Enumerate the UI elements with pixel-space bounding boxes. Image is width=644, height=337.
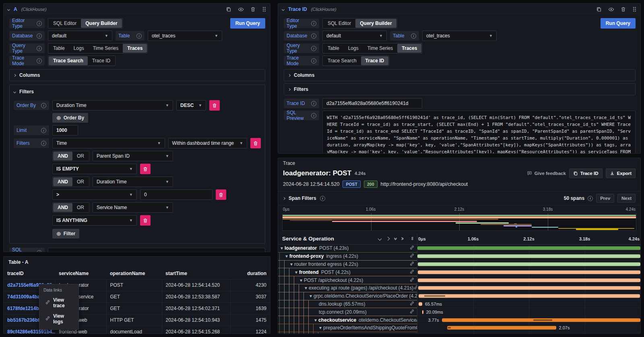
- span-gantt-bar[interactable]: [418, 262, 640, 266]
- column-header-traceID[interactable]: traceID: [4, 268, 55, 279]
- prev-button[interactable]: Prev: [596, 194, 614, 203]
- trace-id-link[interactable]: 74d31009a4ba...: [7, 294, 44, 300]
- span-row[interactable]: ▾checkoutserviceoteldemo.CheckoutService…: [278, 316, 640, 324]
- span-filters-label[interactable]: Span Filters: [289, 195, 316, 201]
- trash-icon[interactable]: [621, 6, 626, 12]
- span-gantt-bar[interactable]: [418, 286, 640, 290]
- condition-operator-select[interactable]: IS EMPTY▼: [52, 164, 137, 174]
- link-icon[interactable]: [409, 253, 416, 259]
- run-query-button[interactable]: Run Query: [230, 18, 265, 29]
- option-table[interactable]: Table: [323, 44, 344, 53]
- span-row[interactable]: tcp.connect (20.09ms)20.09ms: [278, 308, 640, 316]
- remove-condition-button[interactable]: [216, 189, 226, 200]
- expand-one-icon[interactable]: [386, 237, 390, 241]
- chevron-down-icon[interactable]: ▾: [285, 253, 288, 259]
- option-trace-search[interactable]: Trace Search: [49, 56, 88, 65]
- span-gantt-bar[interactable]: [447, 326, 556, 330]
- column-header-startTime[interactable]: startTime: [162, 268, 230, 279]
- filter-field-select[interactable]: Time▼: [52, 138, 165, 148]
- condition-field-select[interactable]: Parent Span ID▼: [93, 151, 173, 161]
- chevron-down-icon[interactable]: ▾: [305, 285, 307, 291]
- filters-collapse[interactable]: Filters: [284, 83, 636, 95]
- remove-condition-button[interactable]: [140, 164, 151, 174]
- query-trace-id-header[interactable]: Trace ID (ClickHouse): [278, 4, 640, 15]
- span-row[interactable]: ▾frontendPOST (4.22s): [278, 268, 640, 276]
- link-icon[interactable]: [409, 309, 416, 315]
- option-and[interactable]: AND: [53, 177, 72, 186]
- trace-id-input[interactable]: d2a7155ef6a928a05680e5ff6190241d: [322, 98, 422, 109]
- chevron-down-icon[interactable]: ▾: [314, 317, 317, 323]
- span-row[interactable]: ▾prepareOrderItemsAndShippingQuoteFromCa…: [278, 324, 640, 332]
- span-row[interactable]: dns.lookup (65.57ms)65.57ms: [278, 300, 640, 308]
- link-icon[interactable]: [409, 269, 416, 275]
- condition-value-input[interactable]: 0: [140, 189, 213, 200]
- span-row[interactable]: ▾grpc.oteldemo.CheckoutService/PlaceOrde…: [278, 292, 640, 300]
- duplicate-icon[interactable]: [596, 6, 602, 12]
- trash-icon[interactable]: [250, 6, 256, 12]
- span-gantt-bar[interactable]: [418, 278, 640, 282]
- span-row[interactable]: ▾executing api route (pages) /api/checko…: [278, 284, 640, 292]
- database-select[interactable]: default▼: [322, 31, 387, 41]
- remove-order-by-button[interactable]: [209, 100, 220, 111]
- span-gantt-bar[interactable]: [417, 255, 640, 258]
- option-logs[interactable]: Logs: [344, 44, 363, 53]
- condition-field-select[interactable]: Duration Time▼: [93, 177, 173, 187]
- condition-field-select[interactable]: Service Name▼: [93, 202, 173, 213]
- chevron-down-icon[interactable]: ▾: [300, 277, 302, 283]
- trace-id-button[interactable]: Trace ID: [569, 168, 603, 178]
- column-header-duration[interactable]: duration: [230, 268, 270, 279]
- span-gantt-bar[interactable]: [418, 270, 640, 274]
- columns-collapse[interactable]: Columns: [9, 69, 265, 81]
- filter-value-select[interactable]: Within dashboard time range▼: [168, 138, 247, 148]
- trace-minimap[interactable]: [282, 213, 636, 231]
- add-order-by-button[interactable]: ⊕Order By: [52, 113, 88, 123]
- option-trace-id[interactable]: Trace ID: [88, 56, 115, 65]
- remove-filter-button[interactable]: [250, 138, 261, 148]
- collapse-one-icon[interactable]: [378, 237, 382, 241]
- order-by-direction-select[interactable]: DESC▼: [176, 100, 206, 111]
- option-logs[interactable]: Logs: [69, 44, 89, 53]
- link-icon[interactable]: [409, 301, 416, 307]
- add-filter-button[interactable]: ⊕Filter: [52, 229, 79, 238]
- span-row[interactable]: ▾frontend-proxyingress (4.22s): [278, 253, 640, 261]
- span-gantt-bar[interactable]: [419, 294, 640, 298]
- chevron-down-icon[interactable]: ▾: [295, 269, 297, 275]
- span-row[interactable]: ▾loadgeneratorPOST (4.23s): [278, 245, 640, 253]
- option-sql-editor[interactable]: SQL Editor: [49, 19, 81, 28]
- column-header-operationName[interactable]: operationName: [106, 268, 162, 279]
- option-time-series[interactable]: Time Series: [89, 44, 123, 53]
- chevron-down-icon[interactable]: ▾: [319, 325, 322, 331]
- column-header-serviceName[interactable]: serviceName: [55, 268, 106, 279]
- menu-item-view-logs[interactable]: View logs: [39, 311, 78, 327]
- span-row[interactable]: ▾router frontend egress (4.22s): [278, 261, 640, 269]
- option-query-builder[interactable]: Query Builder: [355, 19, 396, 28]
- option-or[interactable]: OR: [72, 152, 89, 160]
- condition-operator-select[interactable]: >▼: [52, 189, 137, 200]
- option-table[interactable]: Table: [49, 44, 69, 53]
- condition-operator-select[interactable]: IS ANYTHING▼: [52, 215, 137, 226]
- option-and[interactable]: AND: [53, 152, 72, 160]
- menu-item-view-trace[interactable]: View trace: [39, 295, 78, 311]
- chevron-down-icon[interactable]: ▾: [290, 261, 293, 267]
- database-select[interactable]: default▼: [48, 31, 112, 41]
- option-query-builder[interactable]: Query Builder: [81, 19, 122, 28]
- next-button[interactable]: Next: [617, 194, 636, 203]
- table-select[interactable]: otel_traces▼: [422, 31, 497, 41]
- span-gantt-bar[interactable]: [442, 318, 640, 322]
- chevron-down-icon[interactable]: ▾: [281, 245, 283, 251]
- link-icon[interactable]: [409, 277, 416, 284]
- link-icon[interactable]: [413, 285, 417, 291]
- drag-handle-icon[interactable]: [632, 6, 636, 12]
- span-gantt-bar[interactable]: [417, 247, 640, 250]
- option-traces[interactable]: Traces: [123, 44, 147, 53]
- option-sql-editor[interactable]: SQL Editor: [323, 19, 355, 28]
- filters-collapse[interactable]: Filters: [14, 88, 261, 98]
- table-select[interactable]: otel_traces▼: [148, 31, 222, 41]
- option-and[interactable]: AND: [53, 203, 72, 212]
- span-row[interactable]: ▾oteldemo.CartService/GetCart (23.22ms)2…: [278, 332, 640, 333]
- run-query-button[interactable]: Run Query: [601, 18, 636, 29]
- expand-all-icon[interactable]: [402, 238, 403, 240]
- drag-handle-icon[interactable]: [262, 6, 266, 12]
- link-icon[interactable]: [409, 245, 416, 251]
- give-feedback-button[interactable]: Give feedback: [527, 171, 566, 176]
